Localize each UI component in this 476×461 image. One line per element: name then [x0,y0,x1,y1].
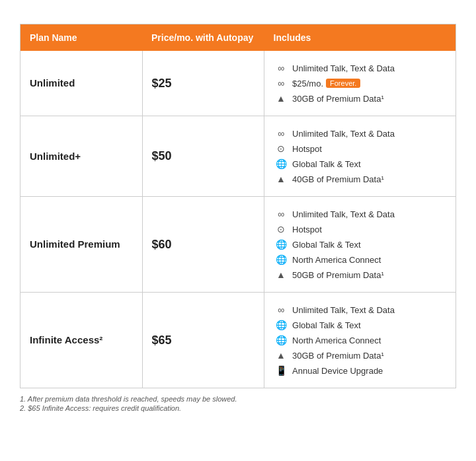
col-header-plan: Plan Name [20,24,143,52]
list-item: ∞$25/mo. Forever. [274,78,446,89]
list-item: 📱Annual Device Upgrade [274,365,446,376]
footnote: 2. $65 Infinite Access: requires credit … [20,404,456,412]
feature-icon: ▲ [274,174,288,184]
feature-icon: 🌐 [274,159,288,169]
table-row: Unlimited$25∞Unlimited Talk, Text & Data… [20,51,456,116]
list-item: 🌐Global Talk & Text [274,320,446,330]
feature-icon: 🌐 [274,254,288,265]
list-item: 🌐North America Connect [274,254,446,265]
list-item: ⊙Hotspot [274,143,446,154]
feature-icon: ∞ [274,78,288,89]
table-header-row: Plan Name Price/mo. with Autopay Include… [20,24,456,52]
feature-icon: 🌐 [274,335,288,345]
feature-icon: 🌐 [274,320,288,330]
features-list: ∞Unlimited Talk, Text & Data🌐Global Talk… [274,304,446,376]
feature-icon: ∞ [274,63,288,73]
feature-icon: 📱 [274,365,288,376]
col-header-price: Price/mo. with Autopay [142,24,264,52]
feature-icon: ▲ [274,269,288,280]
table-row: Unlimited+$50∞Unlimited Talk, Text & Dat… [20,116,456,197]
table-row: Infinite Access²$65∞Unlimited Talk, Text… [20,293,456,388]
plan-name: Unlimited Premium [30,238,120,250]
list-item: 🌐North America Connect [274,335,446,345]
plan-name: Unlimited+ [30,151,81,162]
list-item: ∞Unlimited Talk, Text & Data [274,209,446,219]
feature-icon: ▲ [274,93,288,104]
list-item: ∞Unlimited Talk, Text & Data [274,304,446,315]
feature-icon: ▲ [274,350,288,361]
plan-price: $60 [152,238,172,251]
features-list: ∞Unlimited Talk, Text & Data∞$25/mo. For… [274,63,446,104]
plan-name: Infinite Access² [30,334,102,345]
feature-icon: 🌐 [274,239,288,250]
list-item: ∞Unlimited Talk, Text & Data [274,63,446,73]
features-list: ∞Unlimited Talk, Text & Data⊙Hotspot🌐Glo… [274,209,446,280]
forever-tag: Forever. [326,79,360,88]
feature-icon: ⊙ [274,143,288,154]
features-list: ∞Unlimited Talk, Text & Data⊙Hotspot🌐Glo… [274,128,446,184]
list-item: ▲30GB of Premium Data¹ [274,350,446,361]
list-item: 🌐Global Talk & Text [274,159,446,169]
plan-price: $50 [152,149,172,162]
plan-name: Unlimited [30,77,75,89]
table-row: Unlimited Premium$60∞Unlimited Talk, Tex… [20,197,456,293]
list-item: ∞Unlimited Talk, Text & Data [274,128,446,139]
list-item: ▲50GB of Premium Data¹ [274,269,446,280]
feature-icon: ∞ [274,304,288,315]
feature-icon: ∞ [274,128,288,139]
list-item: ⊙Hotspot [274,224,446,234]
plan-price: $65 [152,334,172,347]
list-item: ▲30GB of Premium Data¹ [274,93,446,104]
footnotes: 1. After premium data threshold is reach… [20,395,456,412]
feature-icon: ∞ [274,209,288,219]
feature-icon: ⊙ [274,224,288,234]
list-item: 🌐Global Talk & Text [274,239,446,250]
col-header-includes: Includes [264,24,456,52]
plans-table: Plan Name Price/mo. with Autopay Include… [20,24,456,388]
plan-price: $25 [152,77,172,90]
footnote: 1. After premium data threshold is reach… [20,395,456,403]
list-item: ▲40GB of Premium Data¹ [274,174,446,184]
